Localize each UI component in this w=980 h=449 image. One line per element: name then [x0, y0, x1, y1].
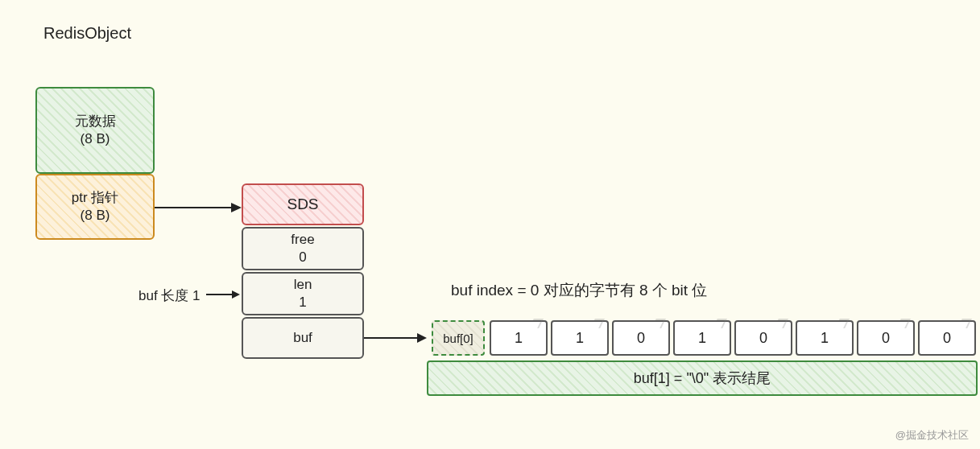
buf1-footer-text: buf[1] = "\0" 表示结尾: [634, 369, 771, 388]
svg-marker-1: [231, 203, 242, 212]
sds-len-value: 1: [299, 294, 306, 311]
bit-caption: buf index = 0 对应的字节有 8 个 bit 位: [451, 280, 707, 301]
arrow-buf-to-bits: [364, 330, 428, 346]
sds-free-box: free 0: [242, 227, 364, 270]
buf0-cell: buf[0]: [432, 320, 485, 356]
metadata-size: (8 B): [81, 130, 110, 148]
ptr-box: ptr 指针 (8 B): [35, 174, 155, 240]
buf1-footer: buf[1] = "\0" 表示结尾: [427, 360, 978, 396]
sds-free-label: free: [291, 231, 314, 249]
bit-cell: 0: [857, 320, 915, 356]
sds-header-label: SDS: [287, 195, 318, 215]
bit-cell: 0: [612, 320, 670, 356]
ptr-size: (8 B): [81, 207, 110, 224]
sds-header-box: SDS: [242, 183, 364, 225]
bits-row: 1 1 0 1 0 1 0 0: [490, 320, 976, 356]
metadata-label: 元数据: [75, 113, 116, 130]
arrow-ptr-to-sds: [155, 200, 243, 216]
sds-free-value: 0: [299, 249, 306, 266]
arrow-buflen-to-len: [206, 288, 242, 301]
diagram-title: RedisObject: [43, 24, 131, 43]
bit-cell: 1: [673, 320, 731, 356]
sds-buf-box: buf: [242, 317, 364, 359]
bit-cell: 0: [918, 320, 976, 356]
bit-cell: 1: [551, 320, 609, 356]
sds-len-box: len 1: [242, 272, 364, 315]
sds-len-label: len: [294, 276, 312, 294]
bit-cell: 1: [796, 320, 854, 356]
metadata-box: 元数据 (8 B): [35, 87, 155, 174]
ptr-label: ptr 指针: [72, 189, 119, 207]
svg-marker-5: [417, 333, 427, 343]
bit-cell: 0: [734, 320, 792, 356]
buf-length-label: buf 长度 1: [139, 286, 201, 305]
watermark: @掘金技术社区: [895, 428, 969, 443]
sds-buf-label: buf: [293, 329, 312, 347]
bit-cell: 1: [490, 320, 548, 356]
svg-marker-3: [232, 290, 240, 299]
buf0-label: buf[0]: [443, 332, 473, 345]
